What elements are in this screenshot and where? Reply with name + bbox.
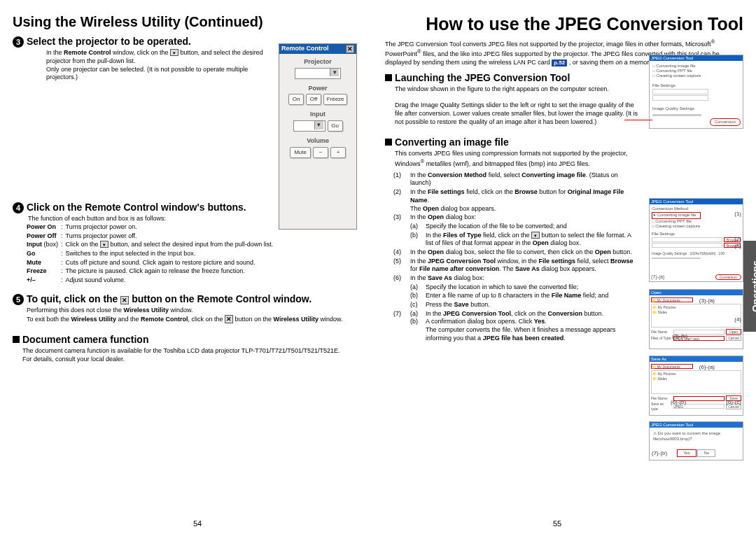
doccam-body: The document camera function is availabl… xyxy=(22,347,364,363)
doccam-heading: Document camera function xyxy=(13,333,364,346)
page-54: Using the Wireless Utility (Continued) 3… xyxy=(13,13,364,364)
square-bullet-icon xyxy=(385,74,392,81)
page-number-right: 55 xyxy=(553,519,561,528)
close-icon: ✕ xyxy=(225,315,233,323)
input-dropdown xyxy=(293,120,326,132)
projector-dropdown xyxy=(295,68,341,79)
square-bullet-icon xyxy=(385,139,392,146)
page-55: How to use the JPEG Conversion Tool The … xyxy=(385,13,743,364)
step5-body: Performing this does not close the Wirel… xyxy=(27,307,364,323)
figure-launch-window: JPEG Conversion Tool ○ Converting image … xyxy=(649,55,743,129)
figure-conversion-tool-highlighted: JPEG Conversion Tool Conversion Method ●… xyxy=(649,198,743,282)
figure-confirm-dialog: JPEG Conversion Tool ⚠ Do you want to co… xyxy=(649,421,743,461)
square-bullet-icon xyxy=(13,336,20,343)
step5-heading: 5To quit, click on the ✕ button on the R… xyxy=(13,293,364,305)
remote-control-window: Remote Control ✕ Projector Power On Off … xyxy=(279,43,357,230)
figure-open-dialog: Open 📁 My Documents (3)-(a) 📁 My Picture… xyxy=(649,289,743,349)
power-off-button: Off xyxy=(306,94,321,105)
convert-intro: This converts JPEG files using compressi… xyxy=(395,150,743,168)
page-ref-52: p.52 xyxy=(552,59,567,66)
power-on-button: On xyxy=(288,94,304,105)
remote-titlebar: Remote Control ✕ xyxy=(279,44,356,54)
mute-button: Mute xyxy=(290,147,311,158)
side-tab-operations: Operations xyxy=(743,241,756,332)
freeze-button: Freeze xyxy=(323,94,347,105)
button-function-table: Power On:Turns projector power on. Power… xyxy=(27,223,276,286)
close-icon: ✕ xyxy=(120,296,129,304)
dropdown-icon: ▾ xyxy=(100,241,108,248)
close-icon: ✕ xyxy=(346,45,354,53)
vol-up-button: + xyxy=(330,147,346,158)
figure-saveas-dialog: Save As 📁 My Documents (6)-(a) 📁 My Pict… xyxy=(649,356,743,416)
dropdown-icon: ▾ xyxy=(531,232,540,239)
go-button: Go xyxy=(328,120,343,132)
left-title: Using the Wireless Utility (Continued) xyxy=(13,13,364,31)
right-title: How to use the JPEG Conversion Tool xyxy=(385,13,743,36)
dropdown-icon: ▾ xyxy=(170,49,178,56)
vol-down-button: − xyxy=(313,147,328,158)
convert-heading: Converting an image file xyxy=(385,136,743,148)
page-number-left: 54 xyxy=(193,519,202,528)
